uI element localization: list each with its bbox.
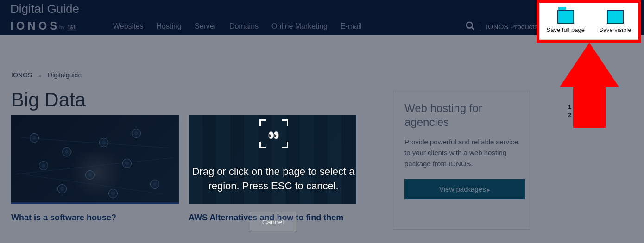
- screenshot-face-icon: 👀: [259, 119, 288, 148]
- screenshot-extension-popup: Save full page Save visible: [537, 0, 641, 43]
- cancel-button[interactable]: Cancel: [250, 212, 296, 231]
- full-page-icon: [557, 10, 574, 24]
- screenshot-instruction: Drag or click on the page to select a re…: [181, 165, 366, 193]
- save-full-page-button[interactable]: Save full page: [547, 10, 585, 33]
- visible-page-icon: [607, 10, 624, 24]
- annotation-arrow-icon: [560, 43, 619, 128]
- save-visible-button[interactable]: Save visible: [599, 10, 631, 33]
